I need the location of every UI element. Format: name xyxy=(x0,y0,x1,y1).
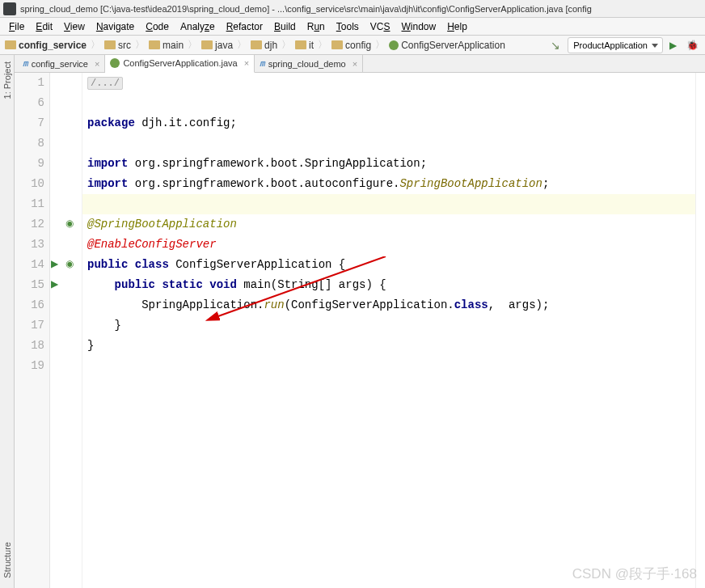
menu-file[interactable]: File xyxy=(3,19,30,34)
folder-icon xyxy=(251,40,262,49)
crumb-config[interactable]: config xyxy=(330,40,373,51)
window-title-bar: spring_cloud_demo [C:\java-test\idea2019… xyxy=(0,0,705,18)
crumb-sep: 〉 xyxy=(133,38,147,52)
build-icon[interactable]: ↘ xyxy=(547,39,564,52)
code-area[interactable]: /.../ package djh.it.config; import org.… xyxy=(82,73,695,588)
tab-config_service[interactable]: m config_service × xyxy=(18,55,105,73)
class-icon xyxy=(110,58,120,68)
class-icon xyxy=(389,40,399,50)
maven-icon: m xyxy=(23,58,28,69)
menu-analyze[interactable]: Analyze xyxy=(175,19,221,34)
close-icon[interactable]: × xyxy=(352,59,357,69)
menu-code[interactable]: Code xyxy=(140,19,175,34)
close-icon[interactable]: × xyxy=(244,58,249,68)
tab-spring_cloud_demo[interactable]: m spring_cloud_demo × xyxy=(255,55,363,73)
menu-edit[interactable]: Edit xyxy=(30,19,58,34)
menu-view[interactable]: View xyxy=(58,19,91,34)
crumb-main[interactable]: main xyxy=(147,40,185,51)
spring-icon[interactable]: ◉ xyxy=(65,218,78,231)
folder-icon xyxy=(295,40,306,49)
menu-window[interactable]: Window xyxy=(395,19,441,34)
run-config-select[interactable]: ProductApplication xyxy=(568,37,663,53)
run-config-label: ProductApplication xyxy=(573,40,648,50)
side-tab-project[interactable]: 1: Project xyxy=(2,58,12,102)
side-tool-strip: 1: Project Structure xyxy=(0,55,15,588)
line-gutter: 1 6 7 8 9 10 11 12 13 14 15 16 17 18 19 xyxy=(15,73,50,588)
run-line-icon[interactable]: ▶ xyxy=(51,258,64,271)
breadcrumb-bar: config_service 〉 src 〉 main 〉 java 〉 djh… xyxy=(0,36,705,55)
run-line-icon[interactable]: ▶ xyxy=(51,278,64,291)
crumb-config_service[interactable]: config_service xyxy=(3,40,88,51)
editor[interactable]: 1 6 7 8 9 10 11 12 13 14 15 16 17 18 19 … xyxy=(15,73,705,588)
maven-icon: m xyxy=(260,58,265,69)
window-title: spring_cloud_demo [C:\java-test\idea2019… xyxy=(20,4,592,14)
crumb-sep: 〉 xyxy=(234,38,249,52)
fold-placeholder[interactable]: /.../ xyxy=(87,77,123,90)
app-icon xyxy=(3,2,16,15)
menu-build[interactable]: Build xyxy=(268,19,302,34)
crumb-java[interactable]: java xyxy=(200,40,234,51)
side-tab-structure[interactable]: Structure xyxy=(2,539,12,582)
folder-icon xyxy=(149,40,160,49)
watermark: CSDN @段子手·168 xyxy=(572,565,697,583)
close-icon[interactable]: × xyxy=(95,59,99,69)
crumb-src[interactable]: src xyxy=(103,40,133,51)
crumb-sep: 〉 xyxy=(88,38,103,52)
menu-navigate[interactable]: Navigate xyxy=(91,19,140,34)
menu-tools[interactable]: Tools xyxy=(331,19,365,34)
crumb-sep: 〉 xyxy=(315,38,330,52)
folder-icon xyxy=(104,40,116,49)
spring-icon[interactable]: ◉ xyxy=(65,258,78,271)
tab-configserverapplication[interactable]: ConfigServerApplication.java × xyxy=(105,55,255,73)
crumb-djh[interactable]: djh xyxy=(249,40,279,51)
menu-bar: File Edit View Navigate Code Analyze Ref… xyxy=(0,18,705,36)
debug-button[interactable]: 🐞 xyxy=(683,40,702,51)
icon-gutter: ◉ ◉ ▶ ▶ xyxy=(50,73,82,588)
crumb-class[interactable]: ConfigServerApplication xyxy=(387,40,507,51)
folder-icon xyxy=(5,40,16,49)
crumb-sep: 〉 xyxy=(185,38,200,52)
menu-refactor[interactable]: Refactor xyxy=(221,19,268,34)
crumb-sep: 〉 xyxy=(373,38,387,52)
menu-vcs[interactable]: VCS xyxy=(365,19,396,34)
folder-icon xyxy=(201,40,213,49)
menu-help[interactable]: Help xyxy=(441,19,473,34)
folder-icon xyxy=(331,40,343,49)
editor-tabs: m config_service × ConfigServerApplicati… xyxy=(15,55,705,73)
run-button[interactable]: ▶ xyxy=(666,40,680,51)
crumb-sep: 〉 xyxy=(279,38,293,52)
menu-run[interactable]: Run xyxy=(302,19,331,34)
error-stripe[interactable] xyxy=(695,73,705,588)
crumb-it[interactable]: it xyxy=(293,40,315,51)
